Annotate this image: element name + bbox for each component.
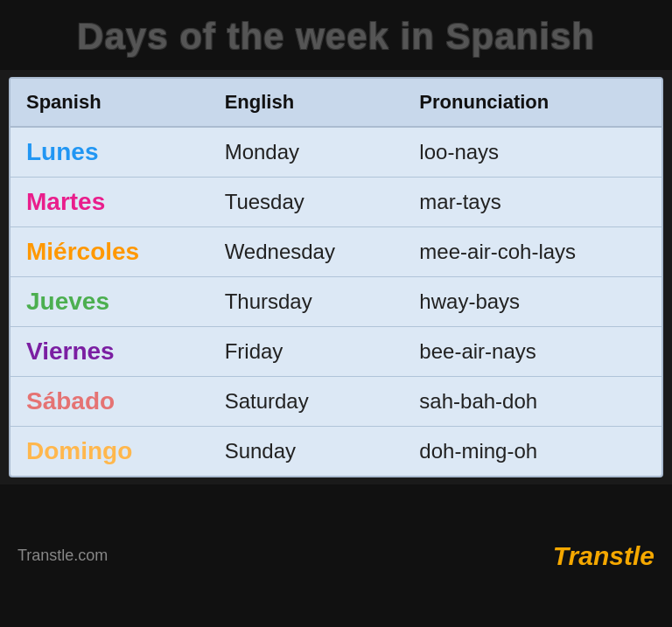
cell-pronunciation: doh-ming-oh: [403, 427, 662, 477]
cell-pronunciation: loo-nays: [403, 127, 662, 178]
cell-pronunciation: mee-air-coh-lays: [403, 227, 662, 277]
cell-spanish: Domingo: [10, 427, 209, 477]
cell-pronunciation: hway-bays: [403, 277, 662, 327]
cell-spanish: Lunes: [10, 127, 209, 178]
cell-spanish: Jueves: [10, 277, 209, 327]
footer-site: Transtle.com: [18, 547, 108, 565]
days-table-wrapper: Spanish English Pronunciation LunesMonda…: [9, 77, 663, 477]
table-row: MartesTuesdaymar-tays: [10, 178, 662, 227]
col-header-english: English: [209, 79, 404, 127]
col-header-spanish: Spanish: [10, 79, 209, 127]
page-title: Days of the week in Spanish: [9, 16, 663, 58]
cell-pronunciation: bee-air-nays: [403, 327, 662, 377]
days-table: Spanish English Pronunciation LunesMonda…: [10, 79, 662, 476]
cell-english: Thursday: [209, 277, 404, 327]
table-row: LunesMondayloo-nays: [10, 127, 662, 178]
cell-english: Sunday: [209, 427, 404, 477]
cell-english: Tuesday: [209, 178, 404, 227]
col-header-pronunciation: Pronunciation: [403, 79, 662, 127]
table-row: SábadoSaturdaysah-bah-doh: [10, 377, 662, 427]
cell-english: Wednesday: [209, 227, 404, 277]
table-row: DomingoSundaydoh-ming-oh: [10, 427, 662, 477]
cell-spanish: Viernes: [10, 327, 209, 377]
cell-english: Friday: [209, 327, 404, 377]
page-footer: Transtle.com Transtle: [0, 484, 672, 627]
cell-spanish: Miércoles: [10, 227, 209, 277]
cell-english: Monday: [209, 127, 404, 178]
cell-english: Saturday: [209, 377, 404, 427]
table-row: ViernesFridaybee-air-nays: [10, 327, 662, 377]
cell-pronunciation: mar-tays: [403, 178, 662, 227]
table-row: MiércolesWednesdaymee-air-coh-lays: [10, 227, 662, 277]
page-header: Days of the week in Spanish: [0, 0, 672, 70]
table-header-row: Spanish English Pronunciation: [10, 79, 662, 127]
cell-spanish: Martes: [10, 178, 209, 227]
table-row: JuevesThursdayhway-bays: [10, 277, 662, 327]
cell-pronunciation: sah-bah-doh: [403, 377, 662, 427]
footer-brand: Transtle: [553, 541, 654, 571]
cell-spanish: Sábado: [10, 377, 209, 427]
